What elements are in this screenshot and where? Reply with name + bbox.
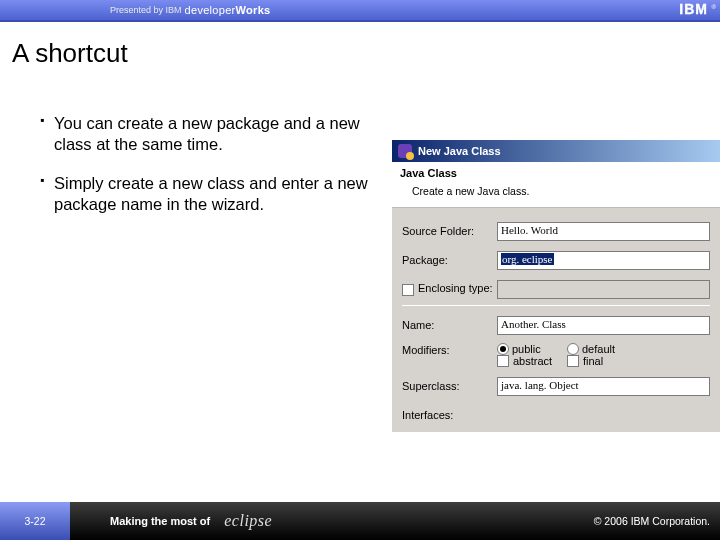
modifier-final[interactable]: final <box>567 355 627 367</box>
superclass-input[interactable]: java. lang. Object <box>497 377 710 396</box>
wizard-titlebar: New Java Class <box>392 140 720 162</box>
source-folder-input[interactable]: Hello. World <box>497 222 710 241</box>
modifiers-row: Modifiers: public default abstract final <box>402 341 710 367</box>
wizard-banner: Java Class Create a new Java class. <box>392 162 720 208</box>
ibm-logo: IBM <box>679 1 708 17</box>
bullet-list: You can create a new package and a new c… <box>40 79 370 233</box>
bullet-item: You can create a new package and a new c… <box>40 113 370 155</box>
wizard-banner-title: Java Class <box>400 167 712 179</box>
eclipse-logo: eclipse <box>216 512 272 530</box>
package-input[interactable]: org. eclipse <box>497 251 710 270</box>
separator <box>402 305 710 306</box>
wizard-body: Source Folder: Hello. World Package: org… <box>392 208 720 428</box>
radio-icon <box>497 343 509 355</box>
name-label: Name: <box>402 319 497 331</box>
wizard-dialog: New Java Class Java Class Create a new J… <box>392 140 720 432</box>
interfaces-label: Interfaces: <box>402 409 497 421</box>
header-bar: Presented by IBM developerWorks IBM ® <box>0 0 720 22</box>
slide-title: A shortcut <box>0 22 720 79</box>
modifier-default[interactable]: default <box>567 343 627 355</box>
modifier-public[interactable]: public <box>497 343 557 355</box>
copyright: © 2006 IBM Corporation. <box>594 515 710 527</box>
superclass-label: Superclass: <box>402 380 497 392</box>
name-row: Name: Another. Class <box>402 312 710 338</box>
radio-icon <box>567 343 579 355</box>
wizard-banner-subtitle: Create a new Java class. <box>400 179 712 199</box>
checkbox-icon <box>567 355 579 367</box>
registered-mark: ® <box>712 4 716 10</box>
package-selection: org. eclipse <box>501 253 554 265</box>
wizard-title: New Java Class <box>418 145 501 157</box>
java-class-icon <box>398 144 412 158</box>
package-label: Package: <box>402 254 497 266</box>
modifiers-group: public default abstract final <box>497 341 710 367</box>
source-folder-label: Source Folder: <box>402 225 497 237</box>
footer-tagline: Making the most of eclipse <box>110 512 272 530</box>
package-row: Package: org. eclipse <box>402 247 710 273</box>
enclosing-type-label: Enclosing type: <box>418 282 493 294</box>
enclosing-type-checkbox[interactable] <box>402 284 414 296</box>
modifier-abstract[interactable]: abstract <box>497 355 557 367</box>
enclosing-type-input[interactable] <box>497 280 710 299</box>
developerworks-brand: developerWorks <box>185 4 271 16</box>
presented-by-label: Presented by IBM <box>110 5 182 15</box>
interfaces-row: Interfaces: <box>402 402 710 428</box>
superclass-row: Superclass: java. lang. Object <box>402 373 710 399</box>
footer-bar: 3-22 Making the most of eclipse © 2006 I… <box>0 502 720 540</box>
source-folder-row: Source Folder: Hello. World <box>402 218 710 244</box>
enclosing-type-row: Enclosing type: <box>402 276 710 302</box>
page-number: 3-22 <box>0 502 70 540</box>
bullet-item: Simply create a new class and enter a ne… <box>40 173 370 215</box>
checkbox-icon <box>497 355 509 367</box>
name-input[interactable]: Another. Class <box>497 316 710 335</box>
modifiers-label: Modifiers: <box>402 341 497 356</box>
